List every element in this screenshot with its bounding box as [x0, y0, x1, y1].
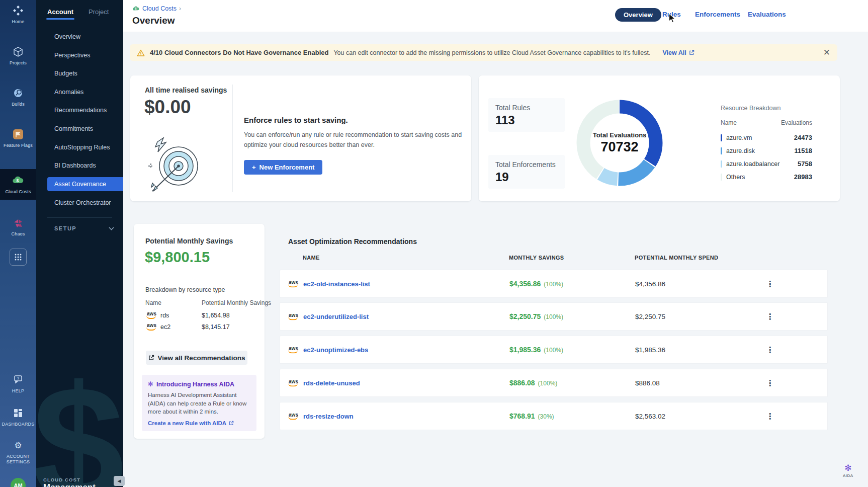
tab-evaluations[interactable]: Evaluations [748, 11, 786, 18]
recommendation-link[interactable]: ec2-old-instances-list [303, 280, 370, 288]
potential-spend: $886.08 [635, 379, 660, 387]
total-rules-box: Total Rules 113 [488, 98, 565, 132]
kebab-menu-icon[interactable]: ⋮ [766, 312, 774, 321]
aws-icon: aws [145, 322, 158, 331]
svg-text:$: $ [16, 178, 19, 183]
rail-item-cloud-costs[interactable]: $ Cloud Costs [0, 169, 36, 200]
total-rules-value: 113 [495, 113, 558, 127]
recommendation-link[interactable]: ec2-unoptimized-ebs [303, 346, 368, 354]
banner-title: 4/10 Cloud Connectors Do Not Have Govern… [150, 49, 328, 56]
tab-enforcements[interactable]: Enforcements [695, 11, 740, 18]
recommendation-link[interactable]: rds-resize-down [303, 413, 354, 420]
sidebar-item-autostopping-rules[interactable]: AutoStopping Rules [36, 141, 123, 154]
scope-tab-account[interactable]: Account [47, 8, 73, 16]
sidebar-item-overview[interactable]: Overview [36, 30, 123, 43]
enforce-rules-title: Enforce rules to start saving. [244, 116, 475, 124]
kebab-menu-icon[interactable]: ⋮ [766, 412, 774, 421]
rail-item-help[interactable]: ? HELP [0, 373, 36, 394]
module-footer-line2: Management [43, 482, 96, 487]
rail-item-dashboards[interactable]: DASHBOARDS [0, 407, 36, 427]
rail-item-home[interactable]: Home [0, 4, 36, 25]
resource-breakdown: Resource Breakdown Name Evaluations azur… [721, 105, 812, 183]
sidebar-item-recommendations[interactable]: Recommendations [36, 104, 123, 117]
rail-item-projects[interactable]: Projects [0, 45, 36, 66]
realised-savings-card: All time realised savings $0.00 Enforce … [130, 75, 471, 201]
warning-icon [137, 49, 145, 56]
view-all-recommendations-button[interactable]: View all Recommendations [146, 351, 247, 365]
total-enforcements-box: Total Enforcements 19 [488, 155, 565, 189]
rail-label: Cloud Costs [5, 189, 31, 195]
rail-label: Builds [12, 102, 25, 107]
sidebar-item-budgets[interactable]: Budgets [36, 67, 123, 80]
aida-fab-button[interactable]: ✻ AIDA [843, 464, 853, 478]
sidebar-setup-toggle[interactable]: SETUP [54, 225, 114, 231]
resource-name: azure.vm [726, 134, 794, 141]
resource-type: ec2 [160, 323, 170, 331]
legend-swatch [721, 160, 722, 168]
cloud-costs-sidebar: $ Account Project Overview Perspectives … [36, 0, 123, 487]
new-enforcement-button[interactable]: + New Enforcement [244, 160, 322, 175]
sidebar-collapse-handle[interactable]: ◀ [114, 476, 125, 486]
rail-label: Feature Flags [4, 143, 33, 148]
resource-breakdown-header: Name Evaluations [721, 119, 812, 126]
rail-item-account-settings[interactable]: ⚙ ACCOUNT SETTINGS [0, 439, 36, 465]
governance-warning-banner: 4/10 Cloud Connectors Do Not Have Govern… [130, 44, 837, 61]
col-name: Name [721, 119, 737, 126]
external-link-icon [148, 355, 154, 361]
kebab-menu-icon[interactable]: ⋮ [766, 378, 774, 388]
user-avatar[interactable]: AM [11, 478, 26, 487]
resource-name: azure.loadbalancer [726, 160, 798, 168]
chevron-down-icon [109, 227, 114, 230]
sidebar-item-anomalies[interactable]: Anomalies [36, 86, 123, 99]
create-rule-with-aida-link[interactable]: Create a new Rule with AIDA [148, 420, 250, 426]
evaluations-donut-chart [575, 99, 664, 187]
harness-ccm-overview-page: Home Projects Builds Feature Flags $ Clo… [0, 0, 868, 487]
sidebar-item-perspectives[interactable]: Perspectives [36, 49, 123, 62]
realised-savings-label: All time realised savings [145, 86, 227, 94]
scope-tab-project[interactable]: Project [89, 8, 109, 16]
banner-view-all-link[interactable]: View All [662, 49, 694, 56]
potential-savings-amount: $9,800.15 [145, 249, 210, 266]
legend-swatch [721, 147, 722, 154]
sidebar-item-asset-governance[interactable]: Asset Governance [47, 177, 123, 191]
builds-icon [13, 87, 24, 100]
sidebar-item-commitments[interactable]: Commitments [36, 122, 123, 135]
recommendation-link[interactable]: rds-delete-unused [303, 379, 360, 387]
potential-savings-title: Potential Monthly Savings [145, 237, 233, 245]
aws-icon: aws [287, 346, 300, 354]
help-chat-icon: ? [13, 373, 24, 386]
rail-label: ACCOUNT SETTINGS [3, 454, 34, 465]
resource-value: 28983 [794, 173, 812, 181]
tab-overview[interactable]: Overview [615, 8, 661, 22]
governance-stats-card: Total Rules 113 Total Enforcements 19 To… [479, 75, 840, 201]
potential-spend: $2,563.02 [635, 413, 665, 420]
aida-promo-body: Harness AI Development Assistant (AIDA) … [148, 391, 250, 416]
rail-item-module-picker[interactable] [0, 249, 36, 266]
active-tab-underline [46, 18, 74, 20]
kebab-menu-icon[interactable]: ⋮ [766, 279, 774, 289]
monthly-savings: $886.08 [509, 379, 535, 387]
total-enforcements-label: Total Enforcements [495, 160, 558, 169]
kebab-menu-icon[interactable]: ⋮ [766, 345, 774, 355]
plus-icon: + [252, 164, 256, 171]
breakdown-row: azure.disk 11518 [721, 144, 812, 157]
banner-close-icon[interactable]: ✕ [823, 48, 830, 57]
resource-name: Others [726, 174, 794, 181]
breakdown-row: azure.vm 24473 [721, 131, 812, 144]
savings-percent: (30%) [538, 413, 554, 420]
potential-spend: $4,356.86 [635, 280, 665, 288]
breakdown-row-ec2: aws ec2 $8,145.17 [145, 322, 170, 331]
chaos-icon [13, 216, 24, 229]
rail-item-builds[interactable]: Builds [0, 87, 36, 107]
recommendation-link[interactable]: ec2-underutilized-list [303, 313, 369, 320]
tab-rules[interactable]: Rules [662, 11, 681, 18]
rail-item-feature-flags[interactable]: Feature Flags [0, 128, 36, 148]
aida-link-label: Create a new Rule with AIDA [148, 420, 226, 426]
realised-savings-amount: $0.00 [144, 97, 191, 118]
sidebar-item-cluster-orchestrator[interactable]: Cluster Orchestrator [36, 196, 123, 209]
rail-item-chaos[interactable]: Chaos [0, 216, 36, 237]
legend-swatch [721, 134, 722, 141]
savings-percent: (100%) [538, 380, 558, 387]
external-link-icon [689, 50, 695, 55]
sidebar-item-bi-dashboards[interactable]: BI Dashboards [36, 159, 123, 172]
